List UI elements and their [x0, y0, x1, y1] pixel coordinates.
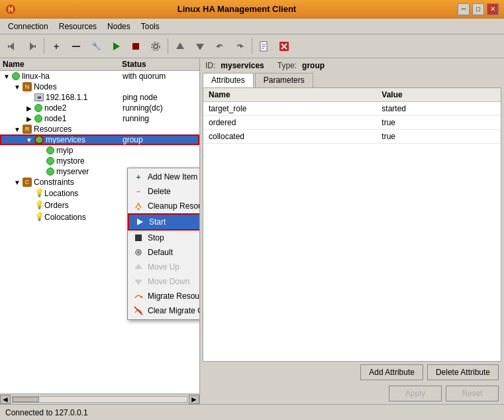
ctx-migrate[interactable]: Migrate Resource — [128, 289, 200, 303]
ctx-default-icon — [133, 247, 144, 258]
svg-point-24 — [138, 208, 140, 210]
status-192: ping node — [123, 93, 158, 102]
attr-value-0: started — [376, 102, 501, 116]
window-title: Linux HA Management Client — [16, 4, 458, 14]
ctx-move-down-icon — [133, 276, 144, 287]
toolbar-remove[interactable] — [67, 37, 85, 56]
svg-marker-2 — [9, 42, 14, 50]
tree-item-node1[interactable]: ▶ node1 running — [0, 113, 199, 124]
menu-tools[interactable]: Tools — [136, 21, 165, 32]
icon-myservices — [34, 135, 44, 144]
icon-orders: 💡 — [34, 200, 42, 211]
tree-item-resources[interactable]: ▼ R Resources — [0, 124, 199, 134]
icon-linux-ha — [12, 72, 20, 80]
icon-mystore — [46, 157, 54, 165]
expander-myservices[interactable]: ▼ — [24, 136, 34, 144]
title-bar: H Linux HA Management Client ─ □ ✕ — [0, 0, 504, 19]
label-colocations: Colocations — [44, 213, 86, 222]
scroll-right[interactable]: ► — [189, 395, 199, 404]
minimize-button[interactable]: ─ — [458, 3, 470, 15]
ctx-cleanup[interactable]: Cleanup Resource — [128, 199, 200, 213]
ctx-move-up-icon — [133, 262, 144, 272]
type-value: group — [302, 61, 325, 70]
toolbar-sep-1 — [44, 38, 44, 54]
apply-button[interactable]: Apply — [389, 386, 442, 401]
tabs: Attributes Parameters — [200, 73, 504, 87]
toolbar-forward[interactable] — [23, 37, 41, 56]
attr-name-1: ordered — [203, 116, 376, 130]
scroll-left[interactable]: ◄ — [0, 395, 11, 404]
expander-node1[interactable]: ▶ — [24, 115, 34, 123]
col-value: Value — [376, 88, 501, 102]
scroll-thumb-indicator[interactable] — [13, 397, 39, 402]
ctx-migrate-icon — [133, 291, 144, 301]
table-row[interactable]: ordered true — [203, 116, 501, 130]
ctx-stop[interactable]: Stop — [128, 231, 200, 245]
expander-resources[interactable]: ▼ — [12, 126, 23, 133]
toolbar-play[interactable] — [107, 37, 125, 56]
toolbar-page[interactable] — [255, 37, 274, 56]
tree-item-myip[interactable]: myip — [0, 145, 199, 156]
icon-myserver — [46, 168, 54, 176]
ctx-clear-migrate[interactable]: Clear Migrate Constraints — [128, 303, 200, 318]
svg-marker-30 — [134, 280, 142, 285]
maximize-button[interactable]: □ — [472, 3, 484, 15]
context-menu: + Add New Item − Delete Cleanup Resource — [127, 168, 200, 320]
attr-value-2: true — [376, 130, 501, 144]
toolbar-undo[interactable] — [211, 37, 229, 56]
status-node1: running — [123, 114, 149, 123]
toolbar-sep-2 — [168, 38, 168, 54]
tab-parameters[interactable]: Parameters — [255, 73, 313, 87]
ctx-label-move-up: Move Up — [148, 262, 179, 272]
toolbar-exit[interactable] — [275, 37, 293, 56]
table-row[interactable]: target_role started — [203, 102, 501, 116]
ctx-add-new-item[interactable]: + Add New Item — [128, 170, 200, 184]
left-panel: Name Status ▼ linux-ha with quorum ▼ N N… — [0, 58, 200, 404]
label-myservices: myservices — [46, 135, 85, 144]
ctx-move-down: Move Down — [128, 274, 200, 289]
svg-rect-3 — [8, 45, 9, 48]
expander-constraints[interactable]: ▼ — [12, 179, 23, 186]
expander-node2[interactable]: ▶ — [24, 105, 34, 112]
icon-myip — [46, 146, 54, 154]
tree-item-myservices[interactable]: ▼ myservices group — [0, 134, 199, 145]
ctx-add-icon: + — [133, 172, 144, 182]
delete-attribute-button[interactable]: Delete Attribute — [427, 364, 499, 380]
tree-item-mystore[interactable]: mystore — [0, 156, 199, 166]
add-attribute-button[interactable]: Add Attribute — [360, 364, 423, 380]
toolbar-settings[interactable] — [146, 37, 165, 56]
icon-locations: 💡 — [34, 188, 42, 199]
tree-item-192[interactable]: 💻 192.168.1.1 ping node — [0, 92, 199, 103]
reset-button[interactable]: Reset — [446, 386, 499, 401]
tab-content-attributes: Name Value target_role started ordered t… — [203, 87, 501, 362]
icon-resources: R — [23, 125, 32, 134]
tab-attributes[interactable]: Attributes — [203, 73, 254, 87]
toolbar-back[interactable] — [3, 37, 21, 56]
toolbar-stop[interactable] — [126, 37, 145, 56]
toolbar-redo[interactable] — [230, 37, 249, 56]
menu-connection[interactable]: Connection — [3, 21, 54, 32]
ctx-start[interactable]: Start — [128, 213, 200, 231]
tree-item-node2[interactable]: ▶ node2 running(dc) — [0, 103, 199, 113]
close-button[interactable]: ✕ — [487, 3, 499, 15]
svg-rect-7 — [72, 46, 80, 47]
scroll-thumb[interactable] — [12, 396, 187, 403]
expander-nodes[interactable]: ▼ — [12, 83, 23, 91]
svg-rect-26 — [135, 235, 142, 241]
tree-scrollbar[interactable]: ◄ ► — [0, 394, 199, 404]
toolbar-down[interactable] — [191, 37, 209, 56]
toolbar-cleanup[interactable]: 🔧 — [87, 37, 105, 56]
ctx-default[interactable]: Default — [128, 245, 200, 260]
menu-resources[interactable]: Resources — [54, 21, 102, 32]
menu-nodes[interactable]: Nodes — [102, 21, 136, 32]
ctx-label-default: Default — [148, 248, 173, 257]
svg-marker-4 — [30, 42, 34, 50]
tree-item-nodes[interactable]: ▼ N Nodes — [0, 81, 199, 92]
bottom-buttons-row2: Apply Reset — [200, 383, 504, 404]
expander-linux-ha[interactable]: ▼ — [1, 73, 12, 80]
tree-root-linux-ha[interactable]: ▼ linux-ha with quorum — [0, 71, 199, 81]
toolbar-up[interactable] — [171, 37, 189, 56]
ctx-delete[interactable]: − Delete — [128, 184, 200, 199]
table-row[interactable]: collocated true — [203, 130, 501, 144]
toolbar-add[interactable]: + — [47, 37, 66, 56]
